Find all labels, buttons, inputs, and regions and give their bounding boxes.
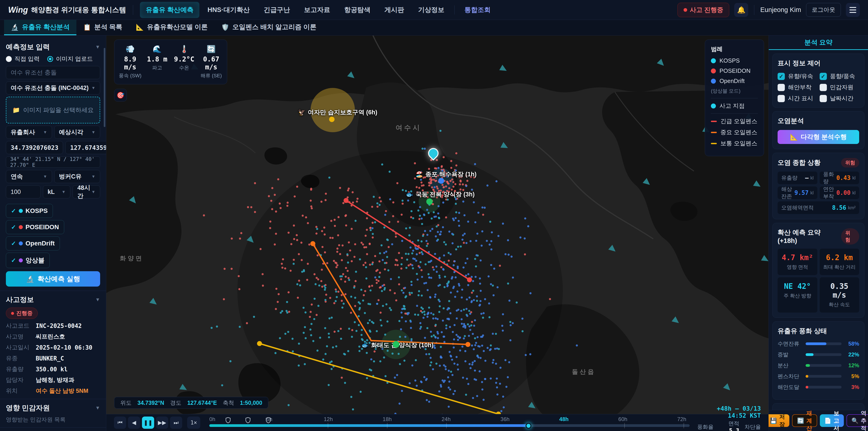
nav-hns-diffusion[interactable]: HNS·대기확산 (202, 2, 256, 18)
map-visual[interactable]: 여수시 화양면 돌산읍 🦅여자만 습지보호구역 (6h) 🏖️종포 해수욕장 (… (106, 35, 769, 414)
legend-dot-icon (711, 58, 716, 63)
folder-icon: 📁 (12, 106, 20, 114)
vessel-spec-card[interactable]: 🚢 사고 선박 제원 ▶ (772, 403, 864, 410)
model-toggle-kosps[interactable]: ✓KOSPS (6, 204, 53, 218)
tab-model-theory[interactable]: 📐 유출유확산모델 이론 (129, 20, 215, 35)
map-legend: 범례 KOSPS POSEIDON OpenDrift (앙상블 모드) 사고 … (705, 39, 764, 156)
image-upload-dropzone[interactable]: 📁 이미지 파일을 선택하세요 (6, 97, 100, 123)
menu-button[interactable] (846, 3, 860, 17)
backtrack-button[interactable]: 🔍역추적 (846, 414, 868, 427)
wind-icon: 💨 (117, 45, 144, 53)
checkbox-current[interactable]: ✓유향/유속 (778, 72, 817, 80)
recenter-button[interactable]: 🎯 (114, 89, 127, 101)
chevron-down-icon: ▼ (95, 297, 100, 303)
pause-button[interactable]: ❚❚ (142, 417, 154, 429)
timeline-track[interactable] (209, 424, 690, 427)
laver-farm-dot[interactable] (393, 341, 399, 348)
incident-section-header[interactable]: 사고정보▼ (6, 295, 100, 304)
refresh-icon: 🔄 (797, 418, 804, 424)
duration-select[interactable]: 48시간▼ (72, 185, 100, 198)
left-sidebar: 예측정보 입력▼ 직접 입력 이미지 업로드 여수 유조선 충돌 여수 유조선 … (0, 35, 106, 431)
current-icon: 🔄 (198, 45, 225, 53)
fence-deploy-marker-icon (225, 417, 231, 423)
eagle-icon: 🦅 (298, 109, 306, 116)
spill-mode-select[interactable]: 연속▼ (6, 170, 52, 183)
oil-type-select[interactable]: 벙커C유▼ (54, 170, 100, 183)
unit-select[interactable]: kL▼ (43, 185, 70, 198)
timeline-tick: 72h (674, 416, 690, 423)
recalculate-button[interactable]: 🔄재계산 (792, 414, 817, 427)
weathering-bar-row: 해안도달3% (778, 383, 859, 391)
expected-time-select[interactable]: 예상시각▼ (54, 126, 100, 139)
nav-emergency-rescue[interactable]: 긴급구난 (258, 2, 296, 18)
analysis-summary-tab[interactable]: 분석 요약 (769, 35, 868, 50)
nav-integrated-search[interactable]: 통합조회 (459, 2, 497, 18)
wetland-dot[interactable] (329, 117, 335, 122)
nav-separator (454, 5, 455, 14)
longitude-input[interactable]: 127.674359903 (65, 141, 106, 154)
legend-poseidon: POSEIDON (711, 67, 758, 74)
legend-ensemble-note: (앙상블 모드) (711, 88, 758, 94)
checkbox-datetime[interactable]: 날짜시간 (819, 94, 860, 102)
sidebar-scrollbar[interactable] (104, 48, 105, 127)
skip-start-button[interactable]: ⏮ (114, 417, 126, 429)
nav-weather-info[interactable]: 기상정보 (412, 2, 450, 18)
incident-search-input[interactable]: 여수 유조선 충돌 (6, 66, 100, 79)
stat-polluted-area: 오염해역면적8.56km² (778, 202, 859, 214)
timeline-status: +48h — 03/13 14:52 KST 풍화율 27% 면적 5.3 km… (696, 405, 761, 431)
checkbox-checked-icon: ✓ (778, 73, 785, 80)
map-area[interactable]: 여수시 화양면 돌산읍 🦅여자만 습지보호구역 (6h) 🏖️종포 해수욕장 (… (106, 35, 769, 431)
checkbox-wind[interactable]: ✓풍향/풍속 (819, 72, 860, 80)
save-button[interactable]: 💾저장 (765, 414, 789, 427)
incident-select[interactable]: 여수 유조선 충돌 (INC-0042)▼ (6, 81, 100, 94)
model-toggle-ensemble[interactable]: ✓앙상블 (6, 253, 50, 268)
nav-aerial-search[interactable]: 항공탐색 (338, 2, 376, 18)
beach-dot[interactable] (438, 178, 444, 184)
marker-label-beach[interactable]: 🏖️종포 해수욕장 (1h) (415, 170, 476, 178)
checkbox-shore-adhesion[interactable]: 해안부착 (778, 83, 817, 91)
marker-label-wetland[interactable]: 🦅여자만 습지보호구역 (6h) (298, 108, 377, 116)
latitude-input[interactable]: 34.7392076023 (6, 141, 63, 154)
radio-direct-input[interactable]: 직접 입력 (6, 55, 39, 63)
fence-deploy-marker-icon (245, 417, 251, 423)
map-statusbar: 위도34.7392°N 경도127.6744°E 축척1:50,000 (114, 397, 268, 409)
report-button[interactable]: 📄보고서 (820, 414, 844, 427)
chevron-down-icon: ▼ (91, 86, 95, 90)
skip-end-button[interactable]: ⏭ (170, 417, 182, 429)
run-forecast-button[interactable]: 🔬 확산예측 실행 (6, 271, 100, 286)
logo-wing-icon: Wing (8, 5, 28, 15)
amount-input[interactable]: 100 (6, 185, 41, 198)
spill-company-select[interactable]: 유출회사▼ (6, 126, 52, 139)
sensitive-subtitle: 영향받는 민감자원 목록 (6, 416, 100, 423)
model-toggle-opendrift[interactable]: ✓OpenDrift (6, 237, 60, 250)
radio-image-upload[interactable]: 이미지 업로드 (47, 55, 93, 63)
checkbox-sensitive-resource[interactable]: 민감자원 (819, 83, 860, 91)
nav-board[interactable]: 게시판 (379, 2, 410, 18)
place-label-yeosu: 여수시 (396, 123, 421, 132)
timeline-tick: 48h (556, 416, 572, 423)
playback-speed-button[interactable]: 1× (187, 417, 200, 429)
timeline-playhead[interactable] (526, 423, 531, 429)
nav-oil-spill-forecast[interactable]: 유출유 확산예측 (140, 2, 199, 18)
predict-section-header[interactable]: 예측정보 입력▼ (6, 42, 100, 52)
check-icon: ✓ (11, 208, 16, 214)
beach-icon: 🏖️ (415, 171, 423, 178)
timeline-track-area[interactable]: 0h6h12h18h24h36h48h60h72h (209, 414, 690, 431)
tab-boom-algorithm-theory[interactable]: 🛡️ 오일펜스 배치 알고리즘 이론 (215, 20, 323, 35)
legend-title: 범례 (711, 45, 758, 53)
checkbox-time-display[interactable]: 시간 표시 (778, 94, 817, 102)
marker-label-abalone-farm[interactable]: 🐟국동 전복 양식장 (3h) (406, 190, 475, 198)
model-toggle-poseidon[interactable]: ✓POSEIDON (6, 220, 64, 234)
step-back-button[interactable]: ◀ (128, 417, 140, 429)
legend-fence-urgent: 긴급 오일펜스 (711, 117, 758, 125)
polygon-analysis-button[interactable]: 📐 다각형 분석수행 (778, 130, 859, 144)
nav-reports[interactable]: 보고자료 (298, 2, 336, 18)
incident-row: 사고명씨프린스호 (6, 333, 100, 341)
tab-analysis-list[interactable]: 📋 분석 목록 (76, 20, 129, 35)
logout-button[interactable]: 로그아웃 (806, 3, 841, 17)
notifications-button[interactable]: 🔔 (734, 3, 748, 17)
sensitive-section-header[interactable]: 영향 민감자원▼ (6, 403, 100, 413)
tab-diffusion-analysis[interactable]: 🔬 유출유 확산분석 (4, 20, 76, 35)
fast-forward-button[interactable]: ▶▶ (156, 417, 168, 429)
abalone-farm-dot[interactable] (426, 198, 433, 205)
